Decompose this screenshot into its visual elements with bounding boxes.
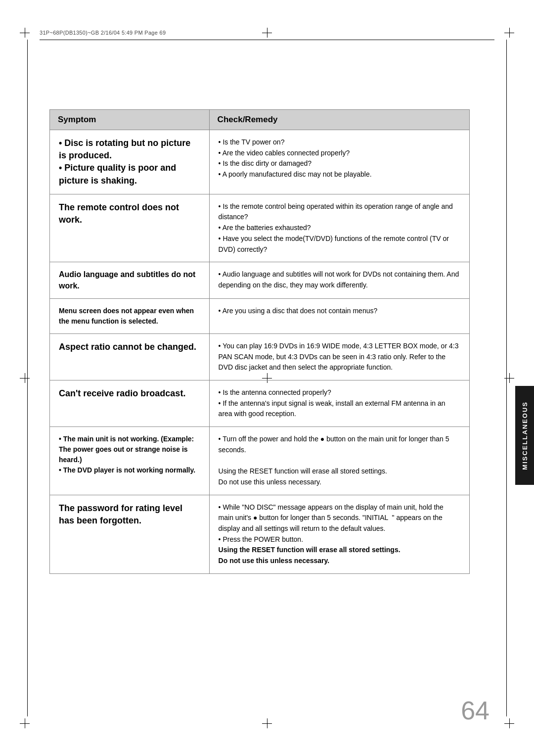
table-row: Menu screen does not appear even when th… — [50, 298, 470, 333]
symptom-cell: The remote control does not work. — [50, 194, 210, 262]
symptom-text: Aspect ratio cannot be changed. — [59, 342, 196, 352]
table-row: Audio language and subtitles do not work… — [50, 262, 470, 299]
remedy-text: • Turn off the power and hold the ● butt… — [219, 435, 449, 486]
remedy-text: • Are you using a disc that does not con… — [219, 307, 378, 315]
remedy-text: • You can play 16:9 DVDs in 16:9 WIDE mo… — [219, 342, 459, 371]
remedy-cell: • Audio language and subtitles will not … — [209, 262, 469, 299]
remedy-cell: • Is the antenna connected properly? • I… — [209, 380, 469, 427]
remedy-cell: • Is the TV power on? • Are the video ca… — [209, 130, 469, 194]
symptom-cell: Menu screen does not appear even when th… — [50, 298, 210, 333]
symptom-header: Symptom — [50, 110, 210, 130]
symptom-cell: Aspect ratio cannot be changed. — [50, 333, 210, 380]
table-row: The password for rating level has been f… — [50, 495, 470, 573]
table-row: • Disc is rotating but no picture is pro… — [50, 130, 470, 194]
main-content: Symptom Check/Remedy • Disc is rotating … — [49, 109, 470, 574]
remedy-text: • Audio language and subtitles will not … — [219, 270, 459, 289]
remedy-cell: • You can play 16:9 DVDs in 16:9 WIDE mo… — [209, 333, 469, 380]
troubleshoot-table: Symptom Check/Remedy • Disc is rotating … — [49, 109, 470, 574]
table-row: Aspect ratio cannot be changed. • You ca… — [50, 333, 470, 380]
symptom-cell: The password for rating level has been f… — [50, 495, 210, 573]
table-row: • The main unit is not working. (Example… — [50, 427, 470, 495]
remedy-cell: • Turn off the power and hold the ● butt… — [209, 427, 469, 495]
symptom-text: Menu screen does not appear even when th… — [59, 307, 194, 325]
remedy-cell: • Are you using a disc that does not con… — [209, 298, 469, 333]
symptom-cell: Can't receive radio broadcast. — [50, 380, 210, 427]
symptom-text: • The main unit is not working. (Example… — [59, 435, 195, 474]
remedy-text: • While "NO DISC" message appears on the… — [219, 503, 444, 565]
symptom-text: • Disc is rotating but no picture is pro… — [59, 138, 190, 186]
symptom-cell: • Disc is rotating but no picture is pro… — [50, 130, 210, 194]
page-number: 64 — [461, 696, 490, 725]
symptom-text: Can't receive radio broadcast. — [59, 388, 185, 398]
symptom-cell: Audio language and subtitles do not work… — [50, 262, 210, 299]
remedy-text: • Is the antenna connected properly? • I… — [219, 388, 445, 418]
symptom-text: The password for rating level has been f… — [59, 503, 182, 525]
symptom-text: Audio language and subtitles do not work… — [59, 270, 195, 289]
table-header-row: Symptom Check/Remedy — [50, 110, 470, 130]
remedy-header: Check/Remedy — [209, 110, 469, 130]
remedy-bold-text: Using the RESET function will erase all … — [219, 546, 400, 565]
table-row: The remote control does not work. • Is t… — [50, 194, 470, 262]
top-border-line — [40, 40, 494, 40]
symptom-text: The remote control does not work. — [59, 202, 179, 225]
table-row: Can't receive radio broadcast. • Is the … — [50, 380, 470, 427]
remedy-cell: • Is the remote control being operated w… — [209, 194, 469, 262]
remedy-text: • Is the remote control being operated w… — [219, 202, 453, 253]
header-line: 31P~68P(DB1350)~GB 2/16/04 5:49 PM Page … — [40, 30, 494, 36]
remedy-cell: • While "NO DISC" message appears on the… — [209, 495, 469, 573]
symptom-cell: • The main unit is not working. (Example… — [50, 427, 210, 495]
remedy-text: • Is the TV power on? • Are the video ca… — [219, 138, 372, 178]
